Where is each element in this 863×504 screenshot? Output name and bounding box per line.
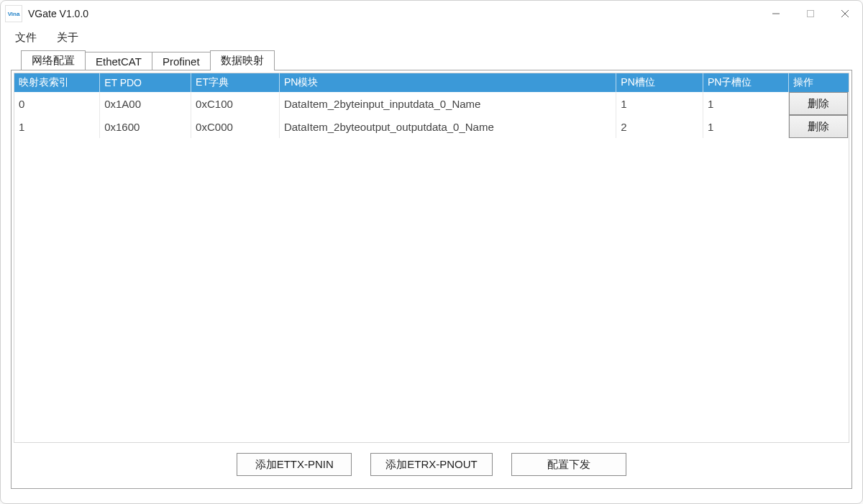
app-window: Vina VGate V1.0.0 文件 关于 网络配置 EthetCAT Pr…	[0, 0, 863, 504]
table-row[interactable]: 0 0x1A00 0xC100 DataItem_2byteinput_inpu…	[14, 92, 849, 115]
svg-rect-1	[808, 11, 814, 17]
mapping-grid: 映射表索引 ET PDO ET字典 PN模块 PN槽位 PN子槽位 操作 0 0	[14, 73, 849, 443]
cell-pn-slot[interactable]: 2	[616, 115, 703, 138]
bottom-toolbar: 添加ETTX-PNIN 添加ETRX-PNOUT 配置下发	[14, 443, 849, 486]
cell-pn-subslot[interactable]: 1	[703, 115, 789, 138]
cell-pn-module[interactable]: DataItem_2byteinput_inputdata_0_Name	[279, 92, 616, 115]
menu-file[interactable]: 文件	[6, 28, 45, 47]
col-header-pn-subslot[interactable]: PN子槽位	[703, 73, 789, 92]
config-download-button[interactable]: 配置下发	[511, 453, 626, 476]
window-title: VGate V1.0.0	[28, 8, 88, 19]
tab-profinet[interactable]: Profinet	[152, 52, 211, 70]
tab-strip: 网络配置 EthetCAT Profinet 数据映射	[21, 48, 852, 70]
cell-et-pdo[interactable]: 0x1A00	[100, 92, 191, 115]
titlebar: Vina VGate V1.0.0	[1, 1, 862, 27]
close-button[interactable]	[828, 2, 862, 25]
delete-row-button[interactable]: 删除	[789, 92, 848, 115]
content-area: 网络配置 EthetCAT Profinet 数据映射 映射表索引 ET PDO…	[1, 48, 862, 503]
table-row[interactable]: 1 0x1600 0xC000 DataItem_2byteoutput_out…	[14, 115, 849, 138]
cell-pn-subslot[interactable]: 1	[703, 92, 789, 115]
delete-row-button[interactable]: 删除	[789, 115, 848, 138]
cell-index[interactable]: 0	[14, 92, 100, 115]
cell-op: 删除	[788, 115, 848, 138]
maximize-button[interactable]	[793, 2, 828, 25]
add-ettx-pnin-button[interactable]: 添加ETTX-PNIN	[237, 453, 352, 476]
tab-ethercat[interactable]: EthetCAT	[85, 52, 152, 70]
add-etrx-pnout-button[interactable]: 添加ETRX-PNOUT	[370, 453, 493, 476]
menu-about[interactable]: 关于	[48, 28, 87, 47]
col-header-pn-module[interactable]: PN模块	[279, 73, 616, 92]
mapping-table: 映射表索引 ET PDO ET字典 PN模块 PN槽位 PN子槽位 操作 0 0	[14, 73, 849, 138]
col-header-pn-slot[interactable]: PN槽位	[616, 73, 703, 92]
cell-pn-module[interactable]: DataItem_2byteoutput_outputdata_0_Name	[279, 115, 616, 138]
col-header-et-pdo[interactable]: ET PDO	[100, 73, 191, 92]
tab-panel: 映射表索引 ET PDO ET字典 PN模块 PN槽位 PN子槽位 操作 0 0	[11, 70, 852, 489]
tab-data-mapping[interactable]: 数据映射	[210, 50, 275, 70]
cell-pn-slot[interactable]: 1	[616, 92, 703, 115]
tab-network-config[interactable]: 网络配置	[21, 50, 86, 70]
cell-et-dict[interactable]: 0xC100	[191, 92, 280, 115]
cell-et-pdo[interactable]: 0x1600	[100, 115, 191, 138]
col-header-et-dict[interactable]: ET字典	[191, 73, 280, 92]
app-icon: Vina	[5, 5, 22, 22]
cell-et-dict[interactable]: 0xC000	[191, 115, 280, 138]
col-header-op[interactable]: 操作	[788, 73, 848, 92]
table-header-row: 映射表索引 ET PDO ET字典 PN模块 PN槽位 PN子槽位 操作	[14, 73, 849, 92]
cell-index[interactable]: 1	[14, 115, 100, 138]
minimize-button[interactable]	[759, 2, 793, 25]
menubar: 文件 关于	[1, 27, 862, 48]
col-header-index[interactable]: 映射表索引	[14, 73, 100, 92]
cell-op: 删除	[788, 92, 848, 115]
